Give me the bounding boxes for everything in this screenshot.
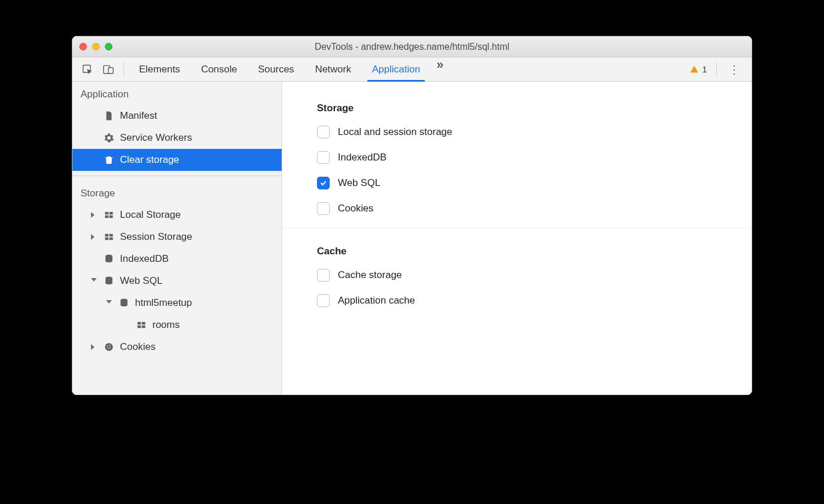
svg-rect-7	[105, 234, 108, 237]
checkbox[interactable]	[317, 269, 330, 282]
svg-rect-16	[137, 326, 141, 328]
disclosure-triangle-icon[interactable]	[91, 278, 97, 284]
svg-rect-10	[110, 238, 113, 240]
device-toolbar-button[interactable]	[98, 61, 119, 78]
sidebar-item-local-storage[interactable]: Local Storage	[72, 204, 282, 226]
close-window-button[interactable]	[79, 43, 87, 50]
database-icon	[104, 254, 114, 264]
option-label: IndexedDB	[338, 152, 387, 163]
group-cache-title: Cache	[317, 246, 752, 257]
sidebar-divider	[72, 176, 282, 176]
tab-network[interactable]: Network	[305, 57, 362, 81]
warning-icon	[690, 65, 699, 74]
disclosure-triangle-icon[interactable]	[91, 344, 94, 350]
option-cookies[interactable]: Cookies	[317, 202, 752, 215]
disclosure-triangle-icon[interactable]	[106, 300, 112, 306]
warnings-indicator[interactable]: 1	[690, 64, 712, 74]
svg-rect-14	[137, 322, 141, 325]
option-label: Cookies	[338, 203, 373, 214]
sidebar-item-label: rooms	[152, 319, 180, 331]
clear-storage-panel: Storage Local and session storage Indexe…	[282, 82, 752, 307]
sidebar-item-web-sql[interactable]: Web SQL	[72, 270, 282, 292]
svg-rect-15	[142, 322, 145, 325]
sidebar-item-session-storage[interactable]: Session Storage	[72, 226, 282, 248]
toolbar-divider-right	[716, 63, 717, 76]
body: Application Manifest Service Workers Cle…	[72, 82, 752, 395]
svg-rect-6	[110, 216, 113, 218]
sidebar-item-label: Local Storage	[120, 209, 181, 221]
devtools-window: DevTools - andrew.hedges.name/html5/sql.…	[72, 36, 752, 395]
minimize-window-button[interactable]	[92, 43, 100, 50]
sidebar-item-clear-storage[interactable]: Clear storage	[72, 149, 282, 171]
sidebar-item-cookies[interactable]: Cookies	[72, 336, 282, 358]
sidebar-item-label: Service Workers	[120, 132, 192, 144]
sidebar-item-websql-table[interactable]: rooms	[72, 314, 282, 336]
svg-rect-8	[110, 234, 113, 237]
tab-console[interactable]: Console	[191, 57, 247, 81]
trash-icon	[104, 155, 114, 165]
svg-point-18	[105, 343, 113, 351]
svg-rect-9	[105, 238, 108, 240]
toolbar: Elements Console Sources Network Applica…	[72, 57, 752, 82]
sidebar-item-label: Web SQL	[120, 275, 162, 287]
svg-point-22	[108, 348, 109, 349]
warnings-count: 1	[702, 64, 707, 74]
traffic-lights	[79, 43, 112, 50]
check-icon	[319, 179, 327, 187]
svg-point-19	[107, 346, 108, 347]
tab-application[interactable]: Application	[362, 57, 431, 81]
inspect-element-button[interactable]	[77, 61, 98, 78]
table-icon	[104, 210, 114, 220]
option-label: Local and session storage	[338, 126, 453, 138]
option-label: Web SQL	[338, 177, 380, 189]
sidebar-item-label: Cookies	[120, 341, 155, 353]
sidebar-item-manifest[interactable]: Manifest	[72, 105, 282, 127]
tab-elements[interactable]: Elements	[129, 57, 191, 81]
checkbox-checked[interactable]	[317, 177, 330, 189]
svg-point-20	[110, 345, 111, 346]
option-web-sql[interactable]: Web SQL	[317, 177, 752, 189]
sidebar: Application Manifest Service Workers Cle…	[72, 82, 282, 395]
checkbox[interactable]	[317, 126, 330, 138]
option-label: Application cache	[338, 295, 415, 306]
maximize-window-button[interactable]	[105, 43, 112, 50]
gear-icon	[104, 133, 114, 143]
disclosure-triangle-icon[interactable]	[91, 212, 94, 218]
checkbox[interactable]	[317, 294, 330, 307]
titlebar: DevTools - andrew.hedges.name/html5/sql.…	[72, 36, 752, 57]
option-indexed-db[interactable]: IndexedDB	[317, 151, 752, 164]
window-title: DevTools - andrew.hedges.name/html5/sql.…	[72, 42, 752, 52]
sidebar-item-service-workers[interactable]: Service Workers	[72, 127, 282, 149]
toolbar-divider	[123, 63, 124, 76]
group-storage-title: Storage	[317, 103, 752, 114]
database-icon	[104, 276, 114, 286]
sidebar-item-label: IndexedDB	[120, 253, 169, 265]
section-storage: Storage	[72, 181, 282, 204]
cookie-icon	[104, 342, 114, 352]
svg-rect-4	[110, 212, 113, 215]
svg-rect-17	[142, 326, 145, 328]
sidebar-item-websql-db[interactable]: html5meetup	[72, 292, 282, 314]
more-tabs-button[interactable]: »	[431, 57, 449, 81]
sidebar-item-label: Clear storage	[120, 154, 179, 166]
disclosure-triangle-icon[interactable]	[91, 234, 94, 240]
checkbox[interactable]	[317, 151, 330, 164]
table-icon	[104, 232, 114, 242]
option-application-cache[interactable]: Application cache	[317, 294, 752, 307]
checkbox[interactable]	[317, 202, 330, 215]
option-label: Cache storage	[338, 269, 402, 281]
tab-sources[interactable]: Sources	[247, 57, 304, 81]
tab-bar: Elements Console Sources Network Applica…	[129, 57, 449, 81]
table-icon	[136, 320, 147, 330]
sidebar-item-label: html5meetup	[135, 297, 192, 309]
option-cache-storage[interactable]: Cache storage	[317, 269, 752, 282]
settings-menu-button[interactable]: ⋮	[721, 60, 747, 79]
option-local-session-storage[interactable]: Local and session storage	[317, 126, 752, 138]
svg-rect-3	[105, 212, 108, 215]
panel-divider	[282, 228, 752, 228]
sidebar-item-indexed-db[interactable]: IndexedDB	[72, 248, 282, 270]
section-application: Application	[72, 82, 282, 105]
sidebar-item-label: Session Storage	[120, 231, 192, 243]
database-icon	[119, 298, 129, 308]
main-panel: Storage Local and session storage Indexe…	[282, 82, 752, 395]
